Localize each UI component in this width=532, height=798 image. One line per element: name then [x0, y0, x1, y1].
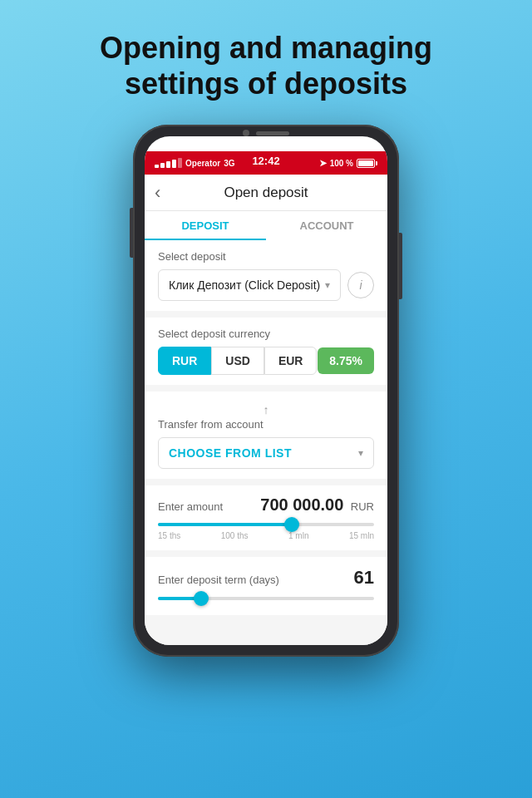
operator-label: Operator: [185, 159, 220, 168]
amount-slider-fill: [158, 523, 292, 526]
term-row: Enter deposit term (days) 61: [158, 567, 374, 589]
account-chooser-chevron-icon: ▾: [358, 447, 363, 459]
amount-slider-labels: 15 ths 100 ths 1 mln 15 mln: [158, 531, 374, 540]
battery-tip: [376, 161, 377, 165]
battery-icon: [357, 159, 377, 168]
term-section: Enter deposit term (days) 61: [145, 557, 387, 615]
status-time: 12:42: [252, 155, 279, 167]
term-slider-thumb[interactable]: [194, 591, 209, 606]
location-icon: ➤: [319, 158, 327, 169]
content-area: Select deposit Клик Депозит (Click Depos…: [145, 240, 387, 645]
signal-dot-3: [166, 161, 170, 168]
battery-body: [357, 159, 375, 168]
back-button[interactable]: ‹: [155, 182, 160, 204]
tab-deposit[interactable]: DEPOSIT: [145, 211, 266, 240]
signal-dot-4: [172, 160, 176, 168]
rate-badge: 8.75%: [318, 347, 374, 374]
page-title: Opening and managingsettings of deposits: [66, 30, 466, 101]
amount-value: 700 000.00: [260, 495, 343, 514]
network-type: 3G: [224, 159, 234, 168]
battery-fill: [358, 160, 373, 166]
amount-currency: RUR: [351, 500, 374, 513]
signal-dot-5: [178, 158, 182, 168]
deposit-selected-name: Клик Депозит (Click Deposit): [169, 278, 322, 292]
currency-label: Select deposit currency: [158, 328, 374, 340]
term-label: Enter deposit term (days): [158, 574, 279, 586]
deposit-chevron-icon: ▾: [325, 279, 330, 291]
deposit-dropdown[interactable]: Клик Депозит (Click Deposit) ▾: [158, 269, 341, 301]
tab-account[interactable]: ACCOUNT: [266, 211, 387, 240]
slider-label-3: 15 mln: [349, 531, 374, 540]
signal-dot-1: [155, 165, 159, 168]
currency-section: Select deposit currency RUR USD EUR 8.75…: [145, 318, 387, 385]
term-slider-track[interactable]: [158, 597, 374, 600]
status-right: ➤ 100 %: [319, 158, 377, 169]
deposit-type-section: Select deposit Клик Депозит (Click Depos…: [145, 240, 387, 311]
camera-dot: [243, 130, 249, 136]
phone-screen: Operator 3G 12:42 ➤ 100 % ‹ Open deposit: [145, 136, 387, 645]
choose-from-list-text: CHOOSE FROM LIST: [169, 446, 292, 460]
slider-label-2: 1 mln: [288, 531, 308, 540]
amount-slider-thumb[interactable]: [284, 517, 299, 532]
currency-eur-button[interactable]: EUR: [264, 347, 318, 375]
nav-bar: ‹ Open deposit: [145, 175, 387, 211]
signal-dot-2: [160, 163, 165, 168]
slider-label-1: 100 ths: [221, 531, 249, 540]
currency-rur-button[interactable]: RUR: [158, 347, 211, 375]
currency-row: RUR USD EUR 8.75%: [158, 347, 374, 375]
amount-label: Enter amount: [158, 500, 223, 513]
status-left: Operator 3G: [155, 158, 235, 168]
slider-label-0: 15 ths: [158, 531, 180, 540]
info-button[interactable]: i: [347, 272, 374, 298]
nav-title: Open deposit: [224, 185, 308, 201]
amount-row: Enter amount 700 000.00 RUR: [158, 495, 374, 515]
select-deposit-label: Select deposit: [158, 250, 374, 263]
status-bar: Operator 3G 12:42 ➤ 100 %: [145, 151, 387, 175]
speaker-slot: [256, 131, 289, 135]
transfer-section: ↑ Transfer from account CHOOSE FROM LIST…: [145, 392, 387, 479]
term-value: 61: [354, 567, 374, 589]
tabs-bar: DEPOSIT ACCOUNT: [145, 211, 387, 240]
amount-section: Enter amount 700 000.00 RUR 15 ths 100 t…: [145, 485, 387, 550]
currency-usd-button[interactable]: USD: [211, 347, 264, 375]
phone-top-bar: [243, 130, 289, 136]
transfer-label: Transfer from account: [158, 418, 374, 431]
account-chooser[interactable]: CHOOSE FROM LIST ▾: [158, 437, 374, 469]
deposit-selector: Клик Депозит (Click Deposit) ▾ i: [158, 269, 374, 301]
phone-mockup: Operator 3G 12:42 ➤ 100 % ‹ Open deposit: [133, 125, 399, 657]
signal-dots: [155, 158, 182, 168]
battery-percent: 100 %: [330, 159, 353, 168]
amount-slider-track[interactable]: [158, 523, 374, 526]
up-arrow-icon: ↑: [158, 403, 374, 416]
